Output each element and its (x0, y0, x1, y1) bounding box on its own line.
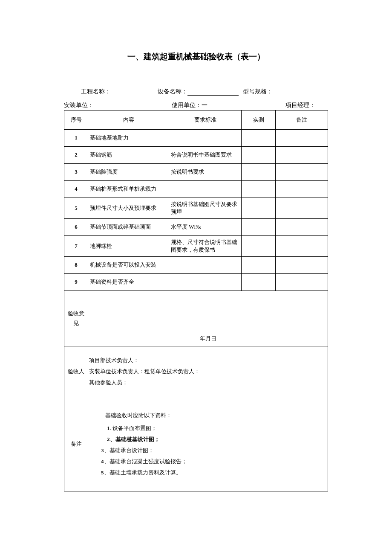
inspector-cell: 项目部技术负责人： 安装单位技术负责人：租赁单位技术负责人： 其他参验人员： (88, 346, 328, 397)
use-unit-label: 使用单位：一 (172, 102, 208, 109)
remarks-item: 1. 设备平面布置图； (107, 423, 327, 434)
remarks-item: 4、基础承台混凝土强度试验报告； (101, 456, 327, 467)
cell-seq: 1 (64, 129, 88, 146)
cell-seq: 2 (64, 146, 88, 163)
cell-seq: 7 (64, 235, 88, 256)
cell-content: 地脚螺栓 (88, 235, 169, 256)
cell-seq: 5 (64, 198, 88, 218)
remarks-item: 2、基础桩基设计图； (107, 434, 327, 445)
cell-standard: 按说明书基础图尺寸及要求预埋 (169, 198, 242, 218)
cell-measured (242, 256, 276, 273)
acceptance-table: 序号 内容 要求标准 实测 备注 1 基础地基地耐力 2 基础钢筋 符合说明书中… (64, 110, 328, 491)
cell-standard: 规格、尺寸符合说明书基础图要求，有质保书 (169, 235, 242, 256)
cell-standard (169, 273, 242, 291)
cell-remark (276, 218, 328, 235)
table-row: 6 基础节顶面或碎基础顶面 水平度 Wl‰ (64, 218, 328, 235)
opinion-label: 验收意见 (64, 291, 88, 346)
cell-measured (242, 235, 276, 256)
opinion-row: 验收意见 年月日 (64, 291, 328, 346)
remarks-row: 备注 基础验收时应附以下资料： 1. 设备平面布置图； 2、基础桩基设计图； 3… (64, 397, 328, 491)
table-row: 9 基础资料是否齐全 (64, 273, 328, 291)
cell-remark (276, 129, 328, 146)
pm-label: 项目经理： (285, 102, 315, 109)
cell-measured (242, 218, 276, 235)
cell-remark (276, 180, 328, 198)
cell-content: 基础桩基形式和单桩承载力 (88, 180, 169, 198)
inspector-line-2: 安装单位技术负责人：租赁单位技术负责人： (89, 366, 327, 377)
cell-remark (276, 273, 328, 291)
table-row: 5 预埋件尺寸大小及预埋要求 按说明书基础图尺寸及要求预埋 (64, 198, 328, 218)
cell-content: 基础钢筋 (88, 146, 169, 163)
cell-measured (242, 129, 276, 146)
header-measured: 实测 (242, 110, 276, 129)
info-row-1: 工程名称： 设备名称： 型号规格： (64, 88, 328, 96)
cell-standard (169, 256, 242, 273)
cell-remark (276, 163, 328, 180)
opinion-cell: 年月日 (88, 291, 328, 346)
equip-name-group: 设备名称： (158, 88, 239, 96)
header-standard: 要求标准 (169, 110, 242, 129)
table-row: 7 地脚螺栓 规格、尺寸符合说明书基础图要求，有质保书 (64, 235, 328, 256)
remarks-item-text: 2、基础桩基设计图； (107, 436, 160, 442)
model-label: 型号规格： (243, 88, 273, 96)
cell-seq: 6 (64, 218, 88, 235)
cell-content: 基础资料是否齐全 (88, 273, 169, 291)
remarks-cell: 基础验收时应附以下资料： 1. 设备平面布置图； 2、基础桩基设计图； 3、基础… (88, 397, 328, 491)
table-row: 3 基础险强度 按说明书要求 (64, 163, 328, 180)
inspector-line-1: 项目部技术负责人： (89, 355, 327, 366)
cell-remark (276, 235, 328, 256)
cell-measured (242, 180, 276, 198)
model-group: 型号规格： (243, 88, 273, 96)
cell-standard (169, 129, 242, 146)
cell-remark (276, 198, 328, 218)
cell-seq: 3 (64, 163, 88, 180)
equip-name-blank (187, 89, 239, 96)
table-row: 1 基础地基地耐力 (64, 129, 328, 146)
install-unit-label: 安装单位： (64, 102, 94, 109)
install-unit-group: 安装单位： (64, 102, 94, 109)
cell-content: 基础地基地耐力 (88, 129, 169, 146)
cell-content: 基础险强度 (88, 163, 169, 180)
header-remark: 备注 (276, 110, 328, 129)
inspector-line-3: 其他参验人员： (89, 377, 327, 388)
table-header-row: 序号 内容 要求标准 实测 备注 (64, 110, 328, 129)
cell-content: 机械设备是否可以投入安装 (88, 256, 169, 273)
use-unit-group: 使用单位：一 (172, 102, 208, 109)
table-row: 4 基础桩基形式和单桩承载力 (64, 180, 328, 198)
opinion-date: 年月日 (200, 335, 216, 343)
cell-content: 基础节顶面或碎基础顶面 (88, 218, 169, 235)
remarks-label: 备注 (64, 397, 88, 491)
inspector-label: 验收人 (64, 346, 88, 397)
equip-name-label: 设备名称： (158, 88, 187, 96)
table-row: 8 机械设备是否可以投入安装 (64, 256, 328, 273)
cell-seq: 4 (64, 180, 88, 198)
header-seq: 序号 (64, 110, 88, 129)
inspector-row: 验收人 项目部技术负责人： 安装单位技术负责人：租赁单位技术负责人： 其他参验人… (64, 346, 328, 397)
cell-content: 预埋件尺寸大小及预埋要求 (88, 198, 169, 218)
cell-seq: 9 (64, 273, 88, 291)
remarks-lead: 基础验收时应附以下资料： (105, 410, 327, 421)
cell-standard (169, 180, 242, 198)
cell-remark (276, 146, 328, 163)
cell-measured (242, 146, 276, 163)
info-row-2: 安装单位： 使用单位：一 项目经理： (64, 102, 328, 110)
remarks-item-text: 、基础承台混凝土强度试验报告； (104, 458, 187, 465)
remarks-item-text: 、基础土壤承载力资料及计算。 (104, 469, 182, 476)
header-content: 内容 (88, 110, 169, 129)
remarks-item: 3、基础承台设计图； (101, 445, 327, 456)
cell-remark (276, 256, 328, 273)
cell-seq: 8 (64, 256, 88, 273)
cell-standard: 水平度 Wl‰ (169, 218, 242, 235)
cell-measured (242, 198, 276, 218)
cell-standard: 符合说明书中基础图要求 (169, 146, 242, 163)
cell-measured (242, 163, 276, 180)
pm-group: 项目经理： (285, 102, 315, 109)
cell-measured (242, 273, 276, 291)
project-name-group: 工程名称： (81, 88, 111, 96)
page-title: 一、建筑起重机械基础验收表（表一） (64, 51, 328, 62)
table-row: 2 基础钢筋 符合说明书中基础图要求 (64, 146, 328, 163)
cell-standard: 按说明书要求 (169, 163, 242, 180)
remarks-item-text: 、基础承台设计图； (104, 447, 154, 453)
remarks-item: 5、基础土壤承载力资料及计算。 (101, 467, 327, 478)
project-name-label: 工程名称： (81, 88, 111, 96)
